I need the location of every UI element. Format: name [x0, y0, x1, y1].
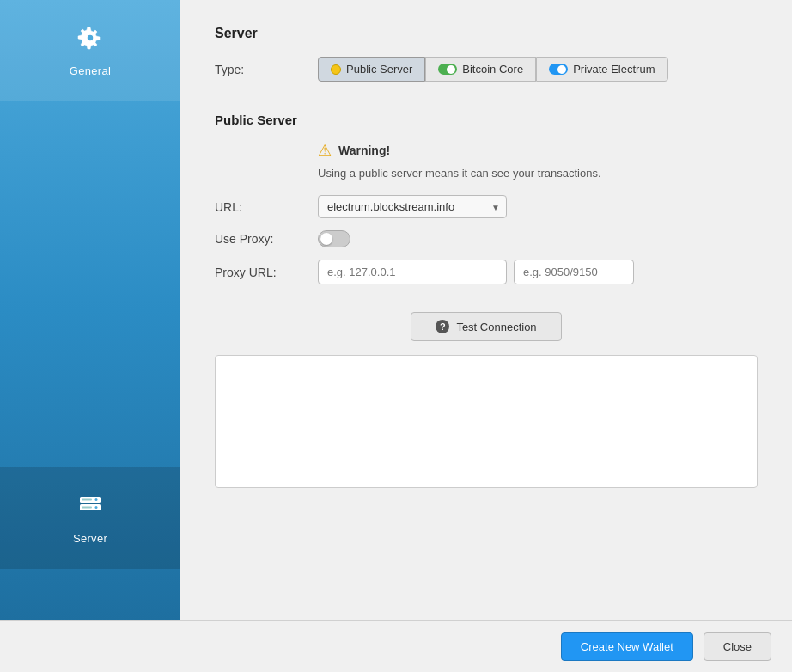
url-select[interactable]: electrum.blockstream.info electrum.block… — [318, 195, 507, 218]
test-connection-row: ? Test Connection — [215, 312, 758, 341]
url-label: URL: — [215, 200, 318, 214]
type-label: Type: — [215, 63, 318, 76]
svg-point-3 — [95, 498, 98, 501]
bitcoin-core-indicator — [438, 64, 457, 75]
proxy-ip-input[interactable] — [318, 260, 507, 284]
warning-icon: ⚠ — [318, 141, 332, 160]
svg-rect-5 — [82, 499, 92, 501]
use-proxy-toggle-container — [318, 230, 350, 247]
server-icon — [76, 492, 104, 525]
public-server-indicator — [331, 64, 341, 75]
use-proxy-label: Use Proxy: — [215, 232, 318, 246]
warning-title: Warning! — [338, 144, 390, 157]
use-proxy-toggle[interactable] — [318, 230, 350, 247]
svg-point-0 — [87, 34, 94, 41]
gear-icon — [76, 24, 104, 58]
test-connection-label: Test Connection — [456, 321, 536, 333]
private-electrum-label: Private Electrum — [573, 63, 655, 76]
sidebar-item-server[interactable]: Server — [0, 467, 180, 569]
proxy-port-input[interactable] — [514, 260, 634, 284]
close-button[interactable]: Close — [704, 632, 771, 661]
bitcoin-core-label: Bitcoin Core — [462, 63, 523, 76]
server-type-private-electrum[interactable]: Private Electrum — [536, 57, 667, 82]
proxy-url-row: Proxy URL: — [215, 260, 758, 284]
server-type-bitcoin-core[interactable]: Bitcoin Core — [425, 57, 536, 82]
create-new-wallet-button[interactable]: Create New Wallet — [561, 632, 693, 661]
warning-message: Using a public server means it can see y… — [318, 167, 758, 180]
private-electrum-indicator — [549, 64, 568, 75]
test-connection-icon: ? — [436, 320, 449, 333]
sidebar-spacer — [0, 101, 180, 467]
main-content-area: Server Type: Public Server Bitcoin Core — [180, 0, 792, 620]
public-server-label: Public Server — [346, 63, 412, 76]
sidebar-item-general[interactable]: General — [0, 0, 180, 101]
proxy-inputs — [318, 260, 634, 284]
use-proxy-row: Use Proxy: — [215, 230, 758, 247]
dialog-body: General Server — [0, 0, 792, 620]
server-type-public[interactable]: Public Server — [318, 57, 425, 82]
url-select-wrap: electrum.blockstream.info electrum.block… — [318, 195, 507, 218]
sidebar: General Server — [0, 0, 180, 620]
dialog-footer: Create New Wallet Close — [0, 620, 792, 672]
public-server-subtitle: Public Server — [215, 113, 758, 127]
svg-rect-6 — [82, 507, 92, 509]
main-dialog: General Server — [0, 0, 792, 672]
server-type-group: Public Server Bitcoin Core Private Elect… — [318, 57, 668, 82]
test-connection-button[interactable]: ? Test Connection — [411, 312, 561, 341]
proxy-url-label: Proxy URL: — [215, 266, 318, 279]
sidebar-item-general-label: General — [70, 64, 111, 77]
sidebar-bottom-spacer — [0, 569, 180, 620]
url-row: URL: electrum.blockstream.info electrum.… — [215, 195, 758, 218]
log-area — [215, 355, 758, 488]
sidebar-item-server-label: Server — [73, 532, 107, 545]
warning-row: ⚠ Warning! — [318, 141, 758, 160]
server-type-row: Type: Public Server Bitcoin Core Private… — [215, 57, 758, 82]
svg-point-4 — [95, 506, 98, 509]
server-section-title: Server — [215, 26, 758, 41]
